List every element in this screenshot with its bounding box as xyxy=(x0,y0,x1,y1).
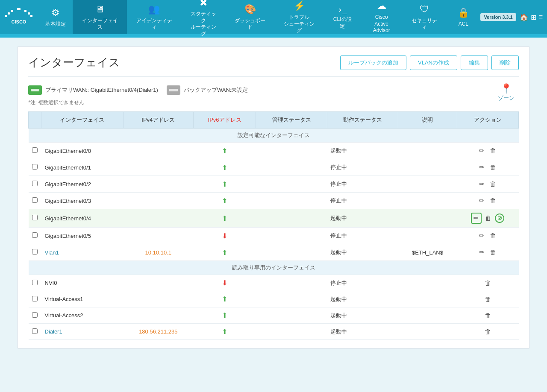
edit-action-button[interactable]: ✏ xyxy=(477,179,486,189)
delete-action-button[interactable]: 🗑 xyxy=(488,231,498,240)
nav-item-identity[interactable]: 👥 アイデンティティ xyxy=(127,0,181,34)
desc-cell xyxy=(398,176,457,193)
down-arrow-icon: ⬇ xyxy=(222,232,227,240)
table-row: Dialer1 180.56.211.235 ⬆ 起動中 🗑 xyxy=(29,324,519,340)
home-icon[interactable]: 🏠 xyxy=(520,13,528,21)
row-checkbox[interactable] xyxy=(32,328,38,334)
delete-action-button[interactable]: 🗑 xyxy=(488,146,498,155)
iface-name: GigabitEthernet0/3 xyxy=(41,193,124,209)
nav-item-cisco-advisor[interactable]: ☁ Cisco ActiveAdvisor xyxy=(361,0,402,38)
delete-action-button[interactable]: 🗑 xyxy=(488,163,498,172)
ipv6-cell: ⬆ xyxy=(193,244,256,261)
row-checkbox-cell xyxy=(29,143,41,159)
nav-item-security[interactable]: 🛡 セキュリティ xyxy=(402,0,446,34)
ipv4-cell: 10.10.10.1 xyxy=(123,244,193,261)
row-checkbox[interactable] xyxy=(32,249,38,255)
up-arrow-icon: ⬆ xyxy=(222,328,227,335)
op-status-cell: 起動中 xyxy=(327,324,398,340)
edit-action-button[interactable]: ✏ xyxy=(477,196,486,205)
edit-action-button[interactable]: ✏ xyxy=(477,231,486,240)
delete-action-button[interactable]: 🗑 xyxy=(488,179,498,188)
add-loopback-button[interactable]: ループバックの追加 xyxy=(340,56,406,70)
delete-action-button[interactable]: 🗑 xyxy=(483,295,493,304)
main-content: インターフェイス ループバックの追加 VLANの作成 編集 削除 プライマリWA… xyxy=(0,38,547,357)
primary-wan-label: プライマリWAN:: GigabitEthernet0/4(Dialer1) xyxy=(45,86,158,94)
table-row: Virtual-Access2 ⬆ 起動中 🗑 xyxy=(29,307,519,324)
nav-item-acl[interactable]: 🔒 ACL xyxy=(446,3,480,31)
nav-item-basic[interactable]: ⚙ 基本設定 xyxy=(38,3,73,31)
ipv6-cell: ⬇ xyxy=(193,275,256,291)
nav-item-trouble[interactable]: ⚡ トラブルシューティング xyxy=(275,0,324,38)
row-checkbox[interactable] xyxy=(32,147,38,153)
svg-rect-6 xyxy=(5,15,7,17)
nav-label-interface: インターフェイス xyxy=(79,18,120,31)
grid-icon[interactable]: ⊞ xyxy=(531,13,536,21)
desc-cell xyxy=(398,307,457,324)
row-checkbox[interactable] xyxy=(32,197,38,203)
ipv4-cell xyxy=(123,209,193,228)
row-checkbox-cell xyxy=(29,228,41,244)
row-checkbox[interactable] xyxy=(32,164,38,170)
ipv4-cell xyxy=(123,307,193,324)
row-checkbox[interactable] xyxy=(32,296,38,301)
ipv6-cell: ⬆ xyxy=(193,143,256,159)
create-vlan-button[interactable]: VLANの作成 xyxy=(410,56,457,70)
delete-action-button[interactable]: 🗑 xyxy=(483,278,493,287)
row-checkbox[interactable] xyxy=(32,312,38,318)
section-configurable-header: 設定可能なインターフェイス xyxy=(29,129,519,143)
ipv6-cell: ⬇ xyxy=(193,228,256,244)
iface-name: Virtual-Access2 xyxy=(41,307,124,324)
table-header-row: インターフェイス IPv4アドレス IPv6アドレス 管理ステータス 動作ステー… xyxy=(29,112,519,129)
desc-cell xyxy=(398,291,457,307)
row-checkbox[interactable] xyxy=(32,215,38,220)
shield-icon: 🛡 xyxy=(420,3,429,16)
delete-action-button[interactable]: 🗑 xyxy=(483,214,493,222)
iface-name: GigabitEthernet0/1 xyxy=(41,159,124,176)
th-ipv6: IPv6アドレス xyxy=(193,112,256,129)
nav-item-cli[interactable]: ›_ CLIの設定 xyxy=(324,1,361,33)
op-status-cell: 起動中 xyxy=(327,209,398,228)
edit-action-button-highlighted[interactable]: ✏ xyxy=(471,213,482,224)
edit-action-button[interactable]: ✏ xyxy=(477,248,486,257)
delete-action-button[interactable]: 🗑 xyxy=(483,311,493,320)
edit-action-button[interactable]: ✏ xyxy=(477,163,486,172)
action-cell: ✏ 🗑 xyxy=(457,193,518,209)
iface-name: NVI0 xyxy=(41,275,124,291)
nav-item-static[interactable]: ✖ スタティックルーティング xyxy=(181,0,225,41)
nav-item-dashboard[interactable]: 🎨 ダッシュボード xyxy=(226,0,275,34)
desc-cell xyxy=(398,193,457,209)
ipv6-cell: ⬆ xyxy=(193,324,256,340)
nav-item-interface[interactable]: 🖥 インターフェイス xyxy=(73,0,127,34)
ipv4-cell xyxy=(123,176,193,193)
edit-button[interactable]: 編集 xyxy=(461,56,488,70)
zone-link[interactable]: 📍 ゾーン xyxy=(498,83,515,102)
edit-action-button[interactable]: ✏ xyxy=(477,146,486,155)
op-status-cell: 停止中 xyxy=(327,193,398,209)
row-checkbox[interactable] xyxy=(32,280,38,285)
page-card: インターフェイス ループバックの追加 VLANの作成 編集 削除 プライマリWA… xyxy=(17,46,530,349)
delete-button[interactable]: 削除 xyxy=(491,56,519,70)
delete-action-button[interactable]: 🗑 xyxy=(488,248,498,257)
iface-name-link[interactable]: Vlan1 xyxy=(41,244,124,261)
op-status-cell: 起動中 xyxy=(327,307,398,324)
menu-icon[interactable]: ≡ xyxy=(539,13,543,21)
page-title: インターフェイス xyxy=(28,55,120,70)
svg-rect-4 xyxy=(8,12,10,15)
backup-wan: バックアップWAN:未設定 xyxy=(167,85,248,95)
action-cell: ✏ 🗑 xyxy=(457,244,518,261)
up-arrow-icon: ⬆ xyxy=(222,295,227,303)
row-checkbox[interactable] xyxy=(32,181,38,186)
nav-items: ⚙ 基本設定 🖥 インターフェイス 👥 アイデンティティ ✖ スタティックルーテ… xyxy=(38,0,480,41)
mgmt-status-cell xyxy=(256,159,327,176)
nav-label-trouble: トラブルシューティング xyxy=(282,14,317,34)
svg-text:CISCO: CISCO xyxy=(12,19,26,24)
iface-name-link[interactable]: Dialer1 xyxy=(41,324,124,340)
section-configurable-label: 設定可能なインターフェイス xyxy=(29,129,519,143)
delete-action-button[interactable]: 🗑 xyxy=(488,196,498,205)
delete-action-button[interactable]: 🗑 xyxy=(483,327,493,336)
cloud-icon: ☁ xyxy=(377,0,386,12)
row-checkbox[interactable] xyxy=(32,232,38,238)
ipv4-cell xyxy=(123,193,193,209)
nav-right-icons: 🏠 ⊞ ≡ xyxy=(520,13,543,21)
table-row: Virtual-Access1 ⬆ 起動中 🗑 xyxy=(29,291,519,307)
